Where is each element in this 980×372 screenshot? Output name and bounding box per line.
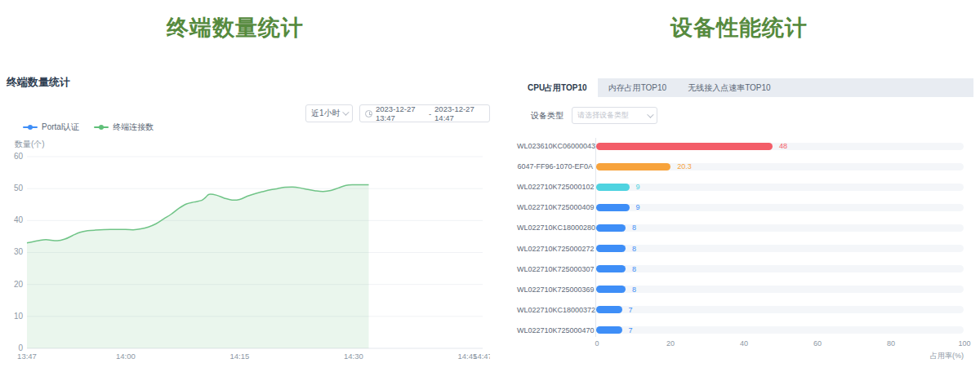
- tab-ap-rate-top10[interactable]: 无线接入点速率TOP10: [677, 78, 782, 97]
- bar-category-label: WL022710K725000470: [517, 326, 593, 334]
- bar-x-tick-label: 80: [887, 339, 895, 348]
- bar-category-label: 6047-FF96-1070-EF0A: [517, 162, 593, 170]
- bar-track: [596, 184, 964, 191]
- dashboard: 终端数量统计 设备性能统计 终端数量统计 近1小时 2023-12-27 13:…: [0, 0, 980, 372]
- bar-value-label: 20.3: [677, 162, 692, 170]
- terminal-card-header: 终端数量统计: [7, 75, 70, 90]
- bar-x-tick-label: 20: [666, 339, 675, 348]
- tab-memory-top10[interactable]: 内存占用TOP10: [598, 78, 678, 97]
- y-tick-label: 20: [14, 280, 24, 289]
- device-type-filter: 设备类型 请选择设备类型: [531, 107, 657, 124]
- bar-track: [596, 245, 964, 252]
- y-tick-label: 50: [14, 184, 24, 193]
- bar-track: [596, 265, 964, 272]
- legend-label: Portal认证: [42, 122, 79, 133]
- bar-fill[interactable]: [596, 245, 626, 252]
- x-tick-label: 14:30: [344, 352, 363, 361]
- device-type-select[interactable]: 请选择设备类型: [572, 107, 657, 124]
- y-tick-label: 60: [14, 152, 24, 161]
- y-tick-label: 40: [14, 215, 24, 224]
- legend-item-portal[interactable]: Portal认证: [23, 122, 79, 133]
- bar-fill[interactable]: [596, 184, 630, 191]
- performance-section-title: 设备性能统计: [506, 13, 972, 42]
- chevron-down-icon: [342, 108, 349, 115]
- bar-track: [596, 204, 964, 211]
- y-tick-label: 30: [14, 247, 24, 256]
- date-range-start: 2023-12-27 13:47: [376, 104, 425, 122]
- bar-fill[interactable]: [596, 204, 630, 211]
- bar-x-tick-label: 100: [958, 339, 970, 348]
- bar-category-label: WL022710K725000307: [517, 265, 593, 273]
- bar-value-label: 8: [632, 245, 636, 253]
- performance-tab-bar: CPU占用TOP10 内存占用TOP10 无线接入点速率TOP10: [517, 78, 973, 97]
- tab-cpu-top10[interactable]: CPU占用TOP10: [517, 78, 598, 97]
- bar-value-label: 7: [629, 306, 633, 314]
- bar-value-label: 8: [632, 224, 636, 232]
- bar-category-label: WL022710K725000369: [517, 286, 593, 294]
- bar-fill[interactable]: [596, 286, 626, 293]
- bar-value-label: 9: [636, 203, 640, 211]
- x-tick-label: 14:00: [116, 352, 136, 361]
- bar-fill[interactable]: [596, 163, 670, 170]
- x-tick-label: 13:47: [17, 352, 37, 361]
- cpu-top10-bar-chart: 占用率(%) WL023610KC06000043486047-FF96-107…: [517, 135, 973, 367]
- time-range-value: 近1小时: [311, 108, 341, 119]
- date-range-separator: -: [429, 109, 431, 118]
- bar-x-axis-label: 占用率(%): [930, 351, 964, 361]
- bar-value-label: 7: [629, 326, 633, 334]
- bar-category-label: WL022710KC18000280: [517, 224, 593, 232]
- time-range-select[interactable]: 近1小时: [305, 104, 353, 122]
- device-type-placeholder: 请选择设备类型: [577, 110, 629, 121]
- terminal-section-title: 终端数量统计: [0, 13, 470, 42]
- bar-fill[interactable]: [596, 224, 626, 232]
- bar-track: [596, 326, 964, 334]
- bar-value-label: 8: [632, 286, 636, 294]
- legend-marker-icon: [23, 126, 38, 128]
- bar-x-tick-label: 0: [595, 339, 599, 348]
- device-type-label: 设备类型: [531, 110, 564, 122]
- legend-item-terminal-connections[interactable]: 终端连接数: [94, 122, 154, 133]
- bar-fill[interactable]: [596, 326, 622, 334]
- bar-track: [596, 224, 964, 232]
- bar-fill[interactable]: [596, 143, 773, 150]
- area-fill: [27, 184, 369, 348]
- bar-fill[interactable]: [596, 265, 626, 272]
- bar-value-label: 8: [632, 265, 636, 273]
- x-tick-label: 14:47: [473, 352, 490, 361]
- bar-value-label: 48: [779, 142, 787, 150]
- bar-category-label: WL022710K725000409: [517, 203, 593, 211]
- chevron-down-icon: [647, 111, 653, 117]
- bar-x-tick-label: 60: [813, 339, 822, 348]
- chart-legend: Portal认证 终端连接数: [23, 122, 154, 133]
- bar-category-label: WL023610KC06000043: [517, 142, 593, 150]
- bar-track: [596, 286, 964, 293]
- bar-track: [596, 306, 964, 313]
- bar-x-tick-label: 40: [740, 339, 748, 348]
- date-range-end: 2023-12-27 14:47: [434, 104, 484, 122]
- bar-category-label: WL022710KC18000372: [517, 306, 593, 314]
- y-tick-label: 10: [14, 312, 24, 321]
- clock-icon: [365, 110, 372, 117]
- legend-label: 终端连接数: [113, 122, 154, 133]
- date-range-picker[interactable]: 2023-12-27 13:47 - 2023-12-27 14:47: [359, 104, 490, 122]
- x-tick-label: 14:15: [230, 352, 250, 361]
- bar-fill[interactable]: [596, 306, 622, 313]
- bar-category-label: WL022710K725000272: [517, 245, 593, 253]
- bar-category-label: WL022710K725000102: [517, 183, 593, 191]
- bar-value-label: 9: [636, 183, 640, 191]
- legend-marker-icon: [94, 126, 109, 128]
- terminal-line-chart: 010203040506013:4714:0014:1514:3014:4514…: [0, 148, 490, 372]
